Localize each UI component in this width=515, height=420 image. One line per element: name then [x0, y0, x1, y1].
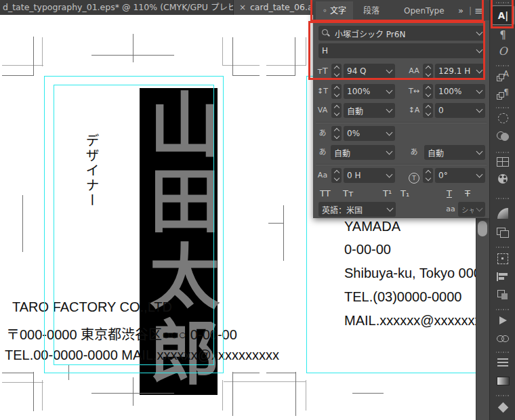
- tsume-field[interactable]: 0%: [344, 126, 395, 141]
- language-field[interactable]: 英語：米国: [318, 202, 396, 217]
- rotation-field[interactable]: 0°: [435, 168, 485, 183]
- tracking-stepper[interactable]: [423, 103, 433, 118]
- margin-guide-left-card: [54, 85, 214, 365]
- chevron-down-icon[interactable]: [476, 148, 483, 155]
- kerning-field[interactable]: 自動: [344, 103, 395, 118]
- trim-mark: [266, 75, 295, 76]
- layers-icon[interactable]: [490, 354, 515, 371]
- artboards-icon[interactable]: [490, 251, 515, 267]
- trim-mark: [42, 37, 43, 66]
- tracking-icon: ↕A: [407, 103, 421, 118]
- character-styles-icon[interactable]: A: [490, 68, 515, 84]
- close-tab-icon[interactable]: ×: [239, 0, 246, 15]
- aki-right-icon: あ: [407, 145, 421, 160]
- baseline-shift-stepper[interactable]: [331, 168, 342, 183]
- align-icon[interactable]: [490, 268, 515, 285]
- symbols-icon[interactable]: [490, 399, 515, 415]
- transparency-icon[interactable]: [490, 128, 515, 144]
- panel-dock: A| ¶ O A ¶: [489, 0, 515, 420]
- trim-mark: [2, 65, 43, 66]
- trim-mark: [33, 372, 34, 411]
- chevron-down-icon[interactable]: [476, 87, 483, 94]
- tsume-stepper[interactable]: [331, 126, 342, 141]
- trim-mark: [283, 205, 284, 261]
- dock-grip[interactable]: [496, 152, 510, 153]
- opentype-panel-icon[interactable]: O: [490, 43, 515, 59]
- tracking-field[interactable]: 0: [435, 103, 485, 118]
- trim-mark: [232, 37, 233, 76]
- dock-grip[interactable]: [496, 107, 510, 108]
- chevron-down-icon[interactable]: [386, 171, 393, 178]
- vertical-scale-stepper[interactable]: [331, 84, 342, 99]
- character-rotation-icon: T: [407, 171, 421, 186]
- aki-left-icon: あ: [315, 145, 330, 160]
- appearance-icon[interactable]: [490, 110, 515, 126]
- underline-button[interactable]: T: [447, 187, 452, 201]
- actions-icon[interactable]: [490, 312, 515, 329]
- swatches-icon[interactable]: [490, 154, 515, 170]
- trim-mark: [232, 372, 233, 416]
- kerning-stepper[interactable]: [331, 103, 342, 118]
- aki-right-field[interactable]: 自動: [424, 145, 485, 160]
- trim-mark: [295, 37, 295, 76]
- dock-grip[interactable]: [496, 247, 510, 248]
- horizontal-scale-stepper[interactable]: [423, 84, 433, 99]
- trim-mark: [306, 37, 306, 66]
- strikethrough-button[interactable]: T: [465, 187, 470, 201]
- trim-mark: [2, 373, 34, 373]
- dock-grip[interactable]: [496, 395, 510, 396]
- rotation-stepper[interactable]: [423, 168, 433, 183]
- color-guide-icon[interactable]: [490, 205, 515, 222]
- dock-grip[interactable]: [496, 65, 510, 66]
- links-icon[interactable]: [490, 331, 515, 347]
- color-palette-icon[interactable]: [490, 171, 515, 187]
- tsume-icon: あ: [315, 126, 330, 141]
- dock-grip[interactable]: [496, 309, 510, 310]
- panel-divider: [316, 122, 487, 123]
- trim-mark: [232, 75, 260, 76]
- anti-alias-icon: aa: [443, 202, 458, 217]
- chevron-down-icon[interactable]: [387, 205, 394, 212]
- paragraph-panel-icon[interactable]: ¶: [490, 27, 515, 43]
- chevron-down-icon[interactable]: [386, 148, 393, 155]
- aki-left-field[interactable]: 自動: [331, 145, 395, 160]
- vertical-scale-icon: ↕T: [315, 84, 330, 99]
- baseline-shift-icon: Aa: [315, 168, 330, 183]
- trim-mark: [266, 373, 295, 373]
- chevron-down-icon[interactable]: [386, 87, 393, 94]
- trim-mark: [222, 37, 223, 66]
- chevron-down-icon: [476, 205, 483, 212]
- trim-mark: [2, 382, 43, 383]
- pathfinder-icon[interactable]: [490, 287, 515, 303]
- shape-builder-icon[interactable]: [490, 224, 515, 240]
- dock-grip[interactable]: [496, 352, 510, 353]
- baseline-shift-field[interactable]: 0 H: [344, 168, 395, 183]
- annotation-box-panel-tabs: [310, 0, 484, 22]
- gradient-icon[interactable]: [490, 373, 515, 389]
- trim-mark: [266, 65, 306, 66]
- chevron-down-icon[interactable]: [476, 106, 483, 113]
- trim-mark: [224, 381, 306, 382]
- superscript-button[interactable]: T¹: [383, 187, 392, 201]
- document-tab-inactive[interactable]: d_tate_typography_01.eps* @ 110% (CMYK/G…: [0, 0, 256, 15]
- small-caps-button[interactable]: Tт: [343, 187, 354, 201]
- all-caps-button[interactable]: TT: [320, 187, 331, 201]
- subscript-button[interactable]: T₁: [400, 187, 409, 201]
- trim-mark: [222, 380, 223, 411]
- annotation-box-character-icon: [491, 0, 514, 28]
- trim-mark: [268, 223, 283, 224]
- horizontal-scale-field[interactable]: 100%: [435, 84, 485, 99]
- horizontal-scale-icon: T↔: [407, 84, 421, 99]
- trim-mark: [232, 373, 260, 373]
- chevron-down-icon[interactable]: [386, 129, 393, 136]
- anti-alias-field[interactable]: シャープ: [458, 202, 485, 217]
- vertical-scale-field[interactable]: 100%: [344, 84, 395, 99]
- scrollbar-thumb[interactable]: [478, 221, 487, 236]
- annotation-box-font-fields: [308, 21, 485, 80]
- illustrator-window: d_tate_typography_01.eps* @ 110% (CMYK/G…: [0, 0, 515, 420]
- dock-grip[interactable]: [496, 198, 510, 199]
- chevron-down-icon[interactable]: [386, 106, 393, 113]
- paragraph-styles-icon[interactable]: ¶: [490, 86, 515, 102]
- chevron-down-icon[interactable]: [476, 171, 483, 178]
- trim-mark: [33, 37, 34, 76]
